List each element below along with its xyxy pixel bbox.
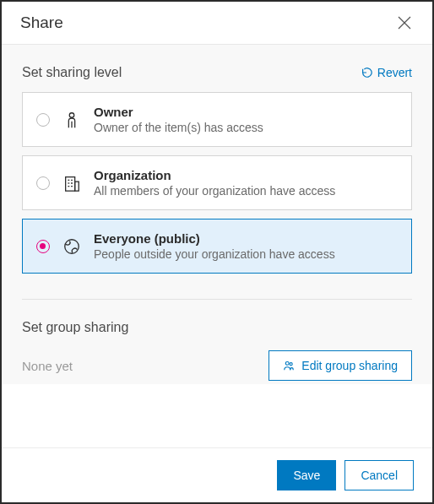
dialog-title: Share — [20, 14, 63, 32]
sharing-options: Owner Owner of the item(s) has access Or… — [22, 92, 412, 274]
sharing-option-everyone[interactable]: Everyone (public) People outside your or… — [22, 219, 412, 274]
edit-group-sharing-label: Edit group sharing — [301, 359, 398, 372]
radio-owner[interactable] — [36, 113, 50, 127]
revert-label: Revert — [377, 66, 412, 79]
option-desc: People outside your organization have ac… — [94, 247, 335, 261]
svg-point-13 — [286, 361, 290, 365]
sharing-option-owner[interactable]: Owner Owner of the item(s) has access — [22, 92, 412, 147]
section-divider — [22, 299, 412, 300]
close-icon — [397, 15, 412, 30]
option-label: Everyone (public) — [94, 231, 335, 246]
svg-rect-5 — [75, 182, 79, 191]
organization-icon — [62, 173, 82, 193]
svg-point-2 — [69, 112, 74, 117]
edit-group-sharing-button[interactable]: Edit group sharing — [269, 350, 412, 381]
radio-organization[interactable] — [36, 176, 50, 190]
globe-icon — [62, 236, 82, 257]
group-sharing-row: None yet Edit group sharing — [22, 350, 412, 381]
sharing-level-title: Set sharing level — [22, 65, 122, 80]
dialog-body: Set sharing level Revert Owner Owner of … — [2, 45, 432, 384]
sharing-level-head: Set sharing level Revert — [22, 65, 412, 80]
sharing-option-organization[interactable]: Organization All members of your organiz… — [22, 155, 412, 210]
option-label: Owner — [94, 105, 263, 119]
option-desc: All members of your organization have ac… — [94, 184, 335, 198]
option-label: Organization — [94, 168, 335, 182]
close-button[interactable] — [395, 14, 414, 32]
svg-point-14 — [290, 363, 292, 366]
group-sharing-none: None yet — [22, 359, 73, 373]
group-icon — [283, 360, 295, 371]
save-button[interactable]: Save — [277, 460, 336, 490]
person-icon — [62, 110, 82, 130]
radio-everyone[interactable] — [36, 240, 50, 253]
cancel-button[interactable]: Cancel — [344, 460, 414, 490]
dialog-footer: Save Cancel — [2, 447, 432, 502]
revert-icon — [361, 67, 372, 79]
revert-button[interactable]: Revert — [361, 66, 412, 79]
group-sharing-title: Set group sharing — [22, 320, 412, 335]
dialog-header: Share — [2, 2, 432, 45]
option-desc: Owner of the item(s) has access — [94, 121, 263, 134]
svg-rect-4 — [66, 176, 75, 191]
